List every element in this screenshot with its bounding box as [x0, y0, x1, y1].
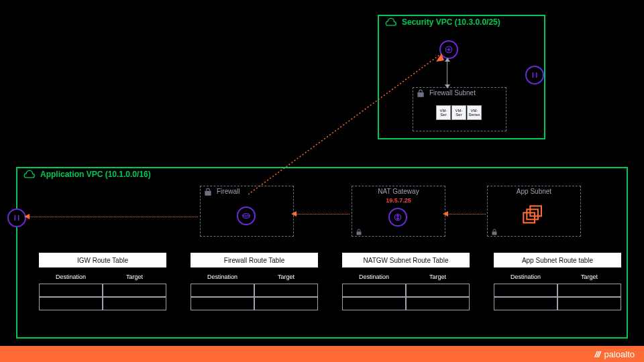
svg-rect-7 [527, 209, 538, 219]
app-subnet-label: App Subnet [488, 188, 580, 195]
application-vpc-label: Application VPC (10.1.0.0/16) [40, 170, 151, 179]
natgw-route-table-title: NATGW Subnet Route Table [342, 253, 470, 267]
firewall-route-table: DestinationTarget [191, 270, 318, 310]
app-servers-icon [521, 204, 548, 228]
logo-mark: /// [595, 349, 600, 359]
arrow-app-to-nat [447, 214, 486, 215]
arrow-head [291, 211, 297, 217]
arrow-firewall-to-igw [29, 217, 198, 217]
footer-logo: /// paloalto [595, 349, 635, 359]
col-destination: Destination [39, 274, 103, 280]
brand-name: paloalto [604, 349, 635, 359]
col-destination: Destination [494, 274, 557, 280]
app-route-table: DestinationTarget [494, 270, 621, 310]
footer-bar: /// paloalto [0, 346, 644, 362]
cloud-icon [21, 170, 36, 180]
igw-app-icon [7, 208, 26, 227]
col-destination: Destination [342, 274, 406, 280]
svg-rect-6 [530, 206, 541, 216]
firewall-endpoint-icon [237, 206, 256, 225]
igw-route-table: DestinationTarget [39, 270, 166, 310]
col-target: Target [557, 274, 621, 280]
arrow-head [24, 214, 30, 219]
col-target: Target [254, 274, 318, 280]
nat-gateway-icon [388, 208, 407, 227]
app-subnet-box: App Subnet [487, 186, 581, 237]
arrow-head [443, 211, 448, 217]
igw-route-table-title: IGW Route Table [39, 253, 166, 267]
igw-security-icon [525, 66, 544, 84]
svg-marker-11 [436, 54, 444, 62]
svg-rect-8 [523, 213, 535, 223]
firewall-route-table-title: Firewall Route Table [191, 253, 318, 267]
col-target: Target [406, 274, 470, 280]
arrow-firewall-to-security [248, 54, 449, 194]
col-target: Target [103, 274, 166, 280]
nat-gateway-ip: 19.5.7.25 [352, 197, 445, 204]
vm-series-box: VM-Series [467, 105, 482, 120]
svg-line-10 [248, 54, 441, 194]
arrow-nat-to-firewall [296, 214, 350, 215]
cloud-icon [383, 17, 398, 28]
security-vpc-label: Security VPC (10.3.0.0/25) [402, 17, 500, 27]
firewall-label: Firewall [217, 188, 239, 195]
vm-series-box: VM-Ser [451, 105, 466, 120]
col-destination: Destination [191, 274, 254, 280]
svg-rect-2 [205, 191, 211, 196]
lock-icon [355, 227, 363, 235]
subnet-icon [203, 188, 213, 197]
natgw-route-table: DestinationTarget [342, 270, 470, 310]
svg-rect-5 [357, 232, 362, 235]
svg-rect-9 [492, 232, 497, 235]
lock-icon [490, 227, 498, 235]
app-route-table-title: App Subnet Route table [494, 253, 621, 267]
